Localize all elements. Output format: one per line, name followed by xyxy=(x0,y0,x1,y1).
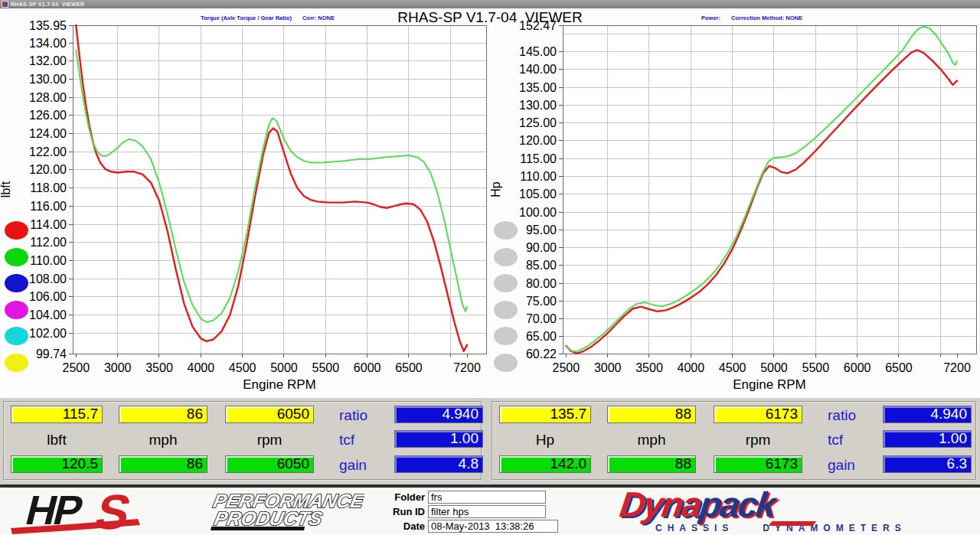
dynapack-chassis-text: CHASSIS xyxy=(655,523,733,533)
cursor2-torque-value: 120.5 xyxy=(11,455,103,473)
svg-text:114.00: 114.00 xyxy=(30,218,67,231)
run-id-label: Run ID xyxy=(377,506,425,517)
run-color-button-1[interactable] xyxy=(494,221,518,240)
rpm-unit-label: rpm xyxy=(225,432,314,450)
date-label: Date xyxy=(377,520,425,532)
torque-chart-canvas[interactable]: 135.95134.00132.00130.00128.00126.00124.… xyxy=(0,21,490,398)
run-color-button-6[interactable] xyxy=(494,354,518,372)
svg-text:115.00: 115.00 xyxy=(520,152,557,165)
gain-label: gain xyxy=(339,457,388,474)
tcf-label: tcf xyxy=(828,432,877,449)
svg-text:140.00: 140.00 xyxy=(519,63,557,76)
cursor2-rpm-value: 6050 xyxy=(225,455,314,473)
svg-text:6500: 6500 xyxy=(885,361,913,374)
tcf-value: 1.00 xyxy=(883,430,972,448)
svg-text:5000: 5000 xyxy=(270,361,298,374)
dynapack-red-slash xyxy=(769,521,817,526)
svg-text:125.00: 125.00 xyxy=(519,116,557,129)
footer: HP S PERFORMANCE PRODUCTS Folder Run ID … xyxy=(0,488,980,535)
svg-text:80.00: 80.00 xyxy=(526,277,557,290)
svg-text:6500: 6500 xyxy=(395,361,423,374)
svg-text:135.00: 135.00 xyxy=(519,81,557,94)
svg-text:120.00: 120.00 xyxy=(29,163,67,176)
svg-text:65.00: 65.00 xyxy=(526,330,557,343)
svg-text:4000: 4000 xyxy=(188,361,215,374)
torque-unit-label: lbft xyxy=(11,432,103,450)
run-color-button-5[interactable] xyxy=(5,327,28,345)
power-chart-canvas[interactable]: 152.47145.00140.00135.00130.00125.00120.… xyxy=(490,21,980,398)
cursor2-power-value: 142.0 xyxy=(499,455,591,473)
cursor1-speed-value: 88 xyxy=(607,406,696,423)
svg-text:3500: 3500 xyxy=(145,361,173,374)
power-unit-label: Hp xyxy=(499,432,591,450)
y-axis-label: Hp xyxy=(489,181,502,197)
run-color-button-3[interactable] xyxy=(5,274,28,292)
svg-text:145.00: 145.00 xyxy=(519,45,557,58)
power-annotation-text: Power: xyxy=(701,15,720,21)
run-color-button-4[interactable] xyxy=(494,301,518,319)
speed-unit-label: mph xyxy=(607,432,696,450)
performance-products-logo: PERFORMANCE PRODUCTS xyxy=(204,491,364,533)
svg-text:104.00: 104.00 xyxy=(29,308,67,321)
svg-text:3500: 3500 xyxy=(635,361,663,374)
svg-text:130.00: 130.00 xyxy=(519,99,557,112)
run-color-button-1[interactable] xyxy=(5,221,28,240)
dynapack-word-left: Dyna xyxy=(617,484,703,524)
svg-text:122.00: 122.00 xyxy=(29,145,67,158)
svg-text:99.74: 99.74 xyxy=(36,347,67,360)
folder-row: Folder xyxy=(377,490,558,504)
power-correction-text: Correction Method: NONE xyxy=(731,15,802,21)
svg-text:108.00: 108.00 xyxy=(29,272,67,285)
svg-text:120.00: 120.00 xyxy=(519,134,557,147)
svg-text:2500: 2500 xyxy=(553,361,580,374)
gain-value: 6.3 xyxy=(883,455,972,473)
svg-text:7200: 7200 xyxy=(453,361,481,374)
run-id-row: Run ID xyxy=(377,504,558,518)
run-info-fields: Folder Run ID Date xyxy=(377,490,558,533)
svg-text:110.00: 110.00 xyxy=(520,170,557,183)
svg-text:124.00: 124.00 xyxy=(29,127,67,140)
x-axis-label: Engine RPM xyxy=(733,377,805,392)
ratio-value: 4.940 xyxy=(883,406,972,423)
os-titlebar[interactable]: RHAS-SP V1.7-04 VIEWER xyxy=(0,0,980,8)
svg-text:70.00: 70.00 xyxy=(526,312,557,325)
svg-text:134.00: 134.00 xyxy=(29,37,67,50)
svg-text:100.00: 100.00 xyxy=(519,206,557,219)
svg-text:118.00: 118.00 xyxy=(30,181,67,194)
svg-text:116.00: 116.00 xyxy=(30,200,67,213)
rpm-unit-label: rpm xyxy=(714,432,802,450)
tcf-value: 1.00 xyxy=(394,430,483,448)
hps-letter-red: S xyxy=(90,490,137,534)
svg-text:4500: 4500 xyxy=(719,361,746,374)
svg-text:128.00: 128.00 xyxy=(29,91,67,104)
viewer-content: RHAS-SP V1.7-04 VIEWER Torque (Axle Torq… xyxy=(0,8,980,398)
cursor2-rpm-value: 6173 xyxy=(714,455,802,473)
run-color-button-5[interactable] xyxy=(494,327,518,345)
svg-text:85.00: 85.00 xyxy=(526,259,557,272)
gain-label: gain xyxy=(828,457,877,474)
folder-input[interactable] xyxy=(428,491,546,504)
run-color-button-6[interactable] xyxy=(5,354,28,372)
run-id-input[interactable] xyxy=(428,505,546,518)
svg-text:110.00: 110.00 xyxy=(30,254,67,267)
x-axis-label: Engine RPM xyxy=(243,377,315,392)
dynapack-word-right: pack xyxy=(697,484,777,524)
run-color-button-2[interactable] xyxy=(5,248,28,266)
torque-annotation-text: Torque (Axle Torque / Gear Ratio) xyxy=(201,15,292,21)
ratio-label: ratio xyxy=(339,407,388,424)
date-row: Date xyxy=(377,519,558,533)
svg-text:2500: 2500 xyxy=(63,361,90,374)
svg-text:6000: 6000 xyxy=(844,361,871,374)
run-color-button-4[interactable] xyxy=(5,301,28,319)
svg-text:126.00: 126.00 xyxy=(29,109,67,122)
run-color-button-2[interactable] xyxy=(494,248,518,266)
ratio-label: ratio xyxy=(828,407,877,424)
date-input[interactable] xyxy=(428,520,558,533)
dynapack-wordmark: Dynapack xyxy=(609,488,973,521)
power-chart[interactable]: 152.47145.00140.00135.00130.00125.00120.… xyxy=(490,21,980,398)
svg-text:132.00: 132.00 xyxy=(29,54,67,67)
torque-chart[interactable]: 135.95134.00132.00130.00128.00126.00124.… xyxy=(0,21,490,398)
run-color-button-3[interactable] xyxy=(494,274,518,292)
svg-text:112.00: 112.00 xyxy=(30,236,67,249)
dynapack-logo: Dynapack CHASSIS DYNAMOMETERS xyxy=(611,488,971,535)
